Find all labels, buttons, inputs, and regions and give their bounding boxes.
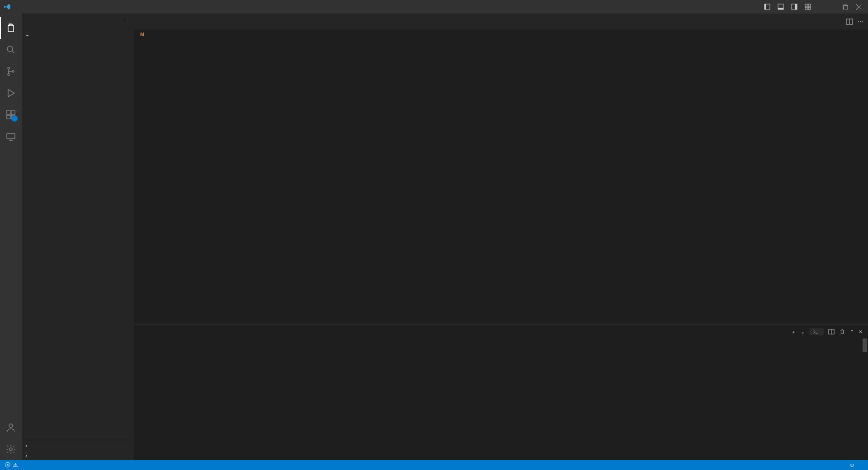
makefile-icon: M	[140, 32, 144, 37]
editor-area: ⋯ M ＋ ⌄	[134, 14, 868, 460]
activity-search[interactable]	[0, 39, 22, 61]
workspace-folder-header[interactable]: ⌄	[22, 29, 134, 39]
new-terminal-icon[interactable]: ＋	[791, 329, 796, 335]
timeline-section[interactable]: ›	[22, 450, 134, 460]
svg-rect-12	[844, 5, 848, 9]
panel-close-icon[interactable]: ✕	[859, 329, 863, 335]
svg-rect-18	[7, 115, 10, 119]
sidebar-explorer: ⋯ ⌄ › ›	[22, 14, 134, 460]
file-tree	[22, 39, 134, 440]
split-terminal-icon[interactable]	[828, 329, 835, 335]
vscode-logo-icon	[4, 3, 11, 10]
panel-maximize-icon[interactable]: ⌃	[850, 329, 854, 335]
svg-rect-20	[11, 111, 15, 114]
svg-point-22	[9, 424, 13, 428]
code-editor[interactable]	[134, 39, 868, 324]
layout-custom-icon[interactable]	[802, 2, 814, 12]
editor-more-icon[interactable]: ⋯	[858, 18, 863, 25]
outline-section[interactable]: ›	[22, 440, 134, 450]
activity-extensions[interactable]	[0, 104, 22, 126]
activity-run-debug[interactable]	[0, 82, 22, 104]
status-feedback-icon[interactable]: ☺	[848, 462, 856, 468]
statusbar: ⓧ ⚠ ☺	[0, 460, 868, 470]
bottom-panel: ＋ ⌄ ⌃ ✕	[134, 324, 868, 460]
svg-rect-10	[829, 7, 834, 7]
extensions-badge	[11, 115, 18, 122]
status-problems[interactable]: ⓧ ⚠	[4, 460, 21, 470]
kill-terminal-icon[interactable]	[839, 329, 845, 335]
svg-rect-8	[805, 7, 807, 9]
explorer-more-icon[interactable]: ⋯	[123, 19, 128, 24]
window-close-icon[interactable]	[853, 2, 864, 12]
svg-point-13	[7, 46, 13, 52]
terminal-dropdown-icon[interactable]: ⌄	[801, 329, 805, 335]
window-maximize-icon[interactable]	[839, 2, 851, 12]
breadcrumb[interactable]: M	[134, 29, 868, 39]
svg-point-15	[8, 74, 9, 75]
svg-rect-5	[795, 4, 797, 9]
activity-explorer[interactable]	[0, 17, 22, 39]
activity-bar	[0, 14, 22, 460]
terminal-profile[interactable]	[809, 328, 824, 335]
svg-rect-9	[808, 7, 811, 9]
layout-bottom-icon[interactable]	[775, 2, 787, 12]
layout-right-icon[interactable]	[788, 2, 800, 12]
svg-rect-3	[778, 8, 783, 9]
activity-source-control[interactable]	[0, 61, 22, 82]
svg-point-23	[9, 448, 12, 451]
split-editor-icon[interactable]	[846, 18, 853, 25]
activity-accounts[interactable]	[0, 417, 22, 438]
explorer-header: ⋯	[22, 14, 134, 29]
svg-point-16	[12, 70, 14, 72]
svg-rect-21	[7, 133, 15, 139]
svg-point-14	[8, 67, 9, 69]
svg-rect-7	[808, 4, 811, 6]
editor-tabs: ⋯	[134, 14, 868, 29]
activity-remote[interactable]	[0, 126, 22, 147]
terminal-output[interactable]	[134, 338, 868, 460]
window-minimize-icon[interactable]	[826, 2, 837, 12]
menubar	[0, 0, 868, 14]
minimap[interactable]	[824, 39, 868, 324]
activity-settings[interactable]	[0, 438, 22, 460]
layout-left-icon[interactable]	[761, 2, 773, 12]
panel-tabs: ＋ ⌄ ⌃ ✕	[134, 325, 868, 338]
title-bar-controls	[761, 2, 864, 12]
svg-rect-6	[805, 4, 807, 6]
svg-rect-17	[7, 111, 10, 114]
svg-rect-1	[764, 4, 766, 9]
